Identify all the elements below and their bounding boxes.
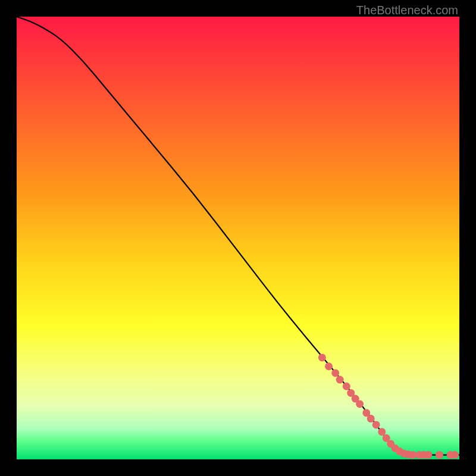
- highlight-markers: [318, 353, 459, 459]
- attribution-text: TheBottleneck.com: [356, 4, 458, 17]
- highlight-point: [378, 428, 386, 436]
- highlight-point: [409, 451, 416, 459]
- highlight-point: [318, 353, 326, 361]
- highlight-point: [343, 383, 350, 390]
- highlight-point: [451, 451, 459, 459]
- highlight-point: [325, 362, 333, 370]
- chart-svg: [17, 17, 459, 459]
- highlight-point: [331, 369, 339, 377]
- highlight-point: [367, 415, 375, 422]
- highlight-point: [436, 451, 443, 459]
- main-curve: [17, 17, 459, 455]
- plot-area: [17, 17, 459, 459]
- highlight-point: [336, 376, 344, 384]
- highlight-point: [356, 400, 364, 408]
- highlight-point: [424, 451, 432, 459]
- highlight-point: [372, 421, 380, 428]
